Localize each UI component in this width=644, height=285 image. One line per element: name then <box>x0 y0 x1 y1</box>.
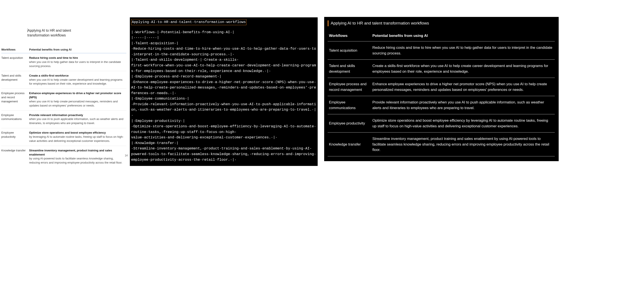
dark-cell-benefit: Enhance employee experiences to drive a … <box>371 78 555 96</box>
light-cell-benefit: Streamline inventory management, product… <box>29 146 126 167</box>
light-cell-body: when you use AI to help create personali… <box>29 100 125 108</box>
light-cell-workflow: Employee communications <box>1 110 29 128</box>
light-cell-benefit: Reduce hiring costs and time to hirewhen… <box>29 53 126 71</box>
light-title-line1: Applying AI to HR and talent <box>28 29 71 32</box>
light-cell-benefit: Enhance employee experiences to drive a … <box>29 89 126 110</box>
dark-cell-workflow: Employee communications <box>328 96 371 114</box>
markdown-line-row5: |·Knowledge·transfer·|·Streamline·invent… <box>131 140 316 162</box>
light-cell-lead: Enhance employee experiences to drive a … <box>29 91 125 100</box>
table-row: Employee process and record managementEn… <box>328 78 555 96</box>
page-number: 14 <box>125 154 128 157</box>
table-row: Knowledge transferStreamline inventory m… <box>328 133 555 156</box>
dark-cell-workflow: Talent acquisition <box>328 41 371 60</box>
dark-cell-benefit: Streamline inventory management, product… <box>371 133 555 156</box>
dark-cell-benefit: Optimize store operations and boost empl… <box>371 114 555 133</box>
dark-rendered-panel: Applying AI to HR and talent transformat… <box>324 17 559 161</box>
light-cell-workflow: Talent and skills development <box>1 71 29 89</box>
table-row: Employee productivityOptimize store oper… <box>1 128 126 146</box>
dark-cell-benefit: Reduce hiring costs and time to hire whe… <box>371 41 555 60</box>
dark-cell-benefit: Create a skills-first workforce when you… <box>371 60 555 78</box>
table-row: Employee process and record managementEn… <box>1 89 126 110</box>
light-cell-body: when you use AI to push applicable infor… <box>29 117 125 125</box>
light-cell-lead: Streamline inventory management, product… <box>29 149 125 157</box>
light-cell-workflow: Employee process and record management <box>1 89 29 110</box>
light-cell-benefit: Optimize store operations and boost empl… <box>29 128 126 146</box>
table-row: Employee communicationsProvide relevant … <box>1 110 126 128</box>
markdown-line-row1: |·Talent·and·skills·development·|·Create… <box>131 57 316 74</box>
markdown-line-sep: |·---·|·---·| <box>131 35 316 40</box>
table-row: Talent and skills developmentCreate a sk… <box>1 71 126 89</box>
markdown-source-panel: Applying·AI·to·HR·and·talent·transformat… <box>130 17 318 166</box>
dark-col-benefits: Potential benefits from using AI <box>371 31 555 41</box>
markdown-line-header: |·Workflows·|·Potential·benefits·from·us… <box>131 29 316 35</box>
light-cell-workflow: Employee productivity <box>1 128 29 146</box>
light-table: Workflows Potential benefits from using … <box>1 46 126 167</box>
dark-cell-workflow: Knowledge transfer <box>328 133 371 156</box>
dark-cell-benefit: Provide relevant information proactively… <box>371 96 555 114</box>
light-cell-lead: Create a skills-first workforce <box>29 74 125 78</box>
light-document-panel: Applying AI to HR and talent transformat… <box>1 28 127 167</box>
light-col-benefits: Potential benefits from using AI <box>29 46 126 53</box>
table-row: Talent and skills developmentCreate a sk… <box>328 60 555 78</box>
light-cell-body: when you use AI to help gather data for … <box>29 60 125 68</box>
markdown-line-row4: |·Employee·productivity·|·Optimize·store… <box>131 118 316 140</box>
dark-table: Workflows Potential benefits from using … <box>328 31 555 156</box>
light-cell-body: by leveraging AI to automate routine tas… <box>29 135 125 143</box>
table-row: Employee productivityOptimize store oper… <box>328 114 555 133</box>
light-cell-body: by using AI-powered tools to facilitate … <box>29 157 125 165</box>
markdown-heading-text: Applying·AI·to·HR·and·talent·transformat… <box>132 20 246 24</box>
markdown-line-row3: |·Employee·communications·|·Provide·rele… <box>131 96 316 118</box>
markdown-line-row0: |·Talent·acquisition·|·Reduce·hiring·cos… <box>131 40 316 57</box>
light-cell-lead: Provide relevant information proactively <box>29 113 125 117</box>
table-row: Employee communicationsProvide relevant … <box>328 96 555 114</box>
table-row: Talent acquisitionReduce hiring costs an… <box>1 53 126 71</box>
dark-col-workflows: Workflows <box>328 31 371 41</box>
light-cell-lead: Optimize store operations and boost empl… <box>29 131 125 135</box>
light-title: Applying AI to HR and talent transformat… <box>27 28 126 37</box>
light-cell-benefit: Create a skills-first workforcewhen you … <box>29 71 126 89</box>
table-row: Knowledge transferStreamline inventory m… <box>1 146 126 167</box>
markdown-line-row2: |·Employee·process·and·record·management… <box>131 74 316 96</box>
light-cell-lead: Reduce hiring costs and time to hire <box>29 56 125 60</box>
markdown-heading-box: Applying·AI·to·HR·and·talent·transformat… <box>131 19 246 25</box>
light-col-workflows: Workflows <box>1 46 29 53</box>
light-cell-workflow: Knowledge transfer <box>1 146 29 167</box>
dark-cell-workflow: Employee process and record management <box>328 78 371 96</box>
dark-cell-workflow: Employee productivity <box>328 114 371 133</box>
table-row: Talent acquisitionReduce hiring costs an… <box>328 41 555 60</box>
light-cell-body: when you use AI to help create career de… <box>29 78 125 86</box>
light-cell-workflow: Talent acquisition <box>1 53 29 71</box>
light-cell-benefit: Provide relevant information proactively… <box>29 110 126 128</box>
dark-title: Applying AI to HR and talent transformat… <box>328 20 555 26</box>
light-title-line2: transformation workflows <box>27 33 66 37</box>
dark-cell-workflow: Talent and skills development <box>328 60 371 78</box>
